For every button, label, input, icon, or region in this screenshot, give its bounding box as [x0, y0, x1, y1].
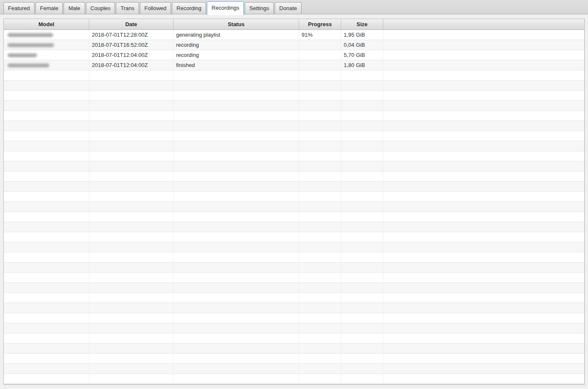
cell-date: [89, 323, 174, 333]
redacted-model-name: [8, 63, 49, 67]
cell-progress: [299, 222, 341, 232]
cell-size: [341, 364, 383, 374]
cell-model: [4, 263, 89, 273]
cell-extra: [383, 182, 584, 192]
cell-date: 2018-07-01T12:28:00Z: [89, 30, 174, 40]
cell-size: [341, 283, 383, 293]
redacted-model-name: [8, 53, 37, 57]
column-header-status[interactable]: Status: [174, 19, 299, 30]
table-row-empty: [4, 80, 584, 91]
cell-status: [174, 121, 299, 131]
table-row-empty: [4, 313, 584, 323]
table-row[interactable]: 2018-07-01T12:04:00Zrecording5,70 GiB: [4, 50, 584, 60]
cell-size: [341, 374, 383, 384]
column-header-blank[interactable]: [383, 19, 584, 30]
cell-size: 1,80 GiB: [341, 60, 383, 70]
cell-extra: [383, 161, 584, 172]
cell-status: [174, 283, 299, 293]
cell-model: [4, 60, 89, 70]
tab-trans[interactable]: Trans: [116, 2, 139, 14]
cell-size: [341, 121, 383, 131]
cell-model: [4, 80, 89, 91]
cell-progress: [299, 374, 341, 384]
cell-extra: [383, 323, 584, 333]
cell-model: [4, 30, 89, 40]
cell-progress: [299, 70, 341, 80]
table-row-empty: [4, 172, 584, 182]
cell-date: [89, 212, 174, 222]
cell-status: [174, 364, 299, 374]
cell-status: [174, 343, 299, 354]
cell-extra: [383, 273, 584, 283]
cell-extra: [383, 40, 584, 50]
cell-model: [4, 293, 89, 303]
tab-settings[interactable]: Settings: [245, 2, 274, 14]
redacted-model-name: [8, 43, 54, 47]
tab-featured[interactable]: Featured: [3, 2, 35, 14]
table-row-empty: [4, 101, 584, 111]
tab-couples[interactable]: Couples: [86, 2, 115, 14]
cell-date: [89, 293, 174, 303]
tab-recordings[interactable]: Recordings: [207, 1, 244, 15]
table-row[interactable]: 2018-07-01T12:28:00Zgenerating playlist9…: [4, 30, 584, 40]
table-row-empty: [4, 121, 584, 131]
table-row-empty: [4, 364, 584, 374]
cell-size: [341, 273, 383, 283]
cell-extra: [383, 222, 584, 232]
cell-model: [4, 141, 89, 151]
cell-date: [89, 202, 174, 212]
cell-extra: [383, 30, 584, 40]
cell-extra: [383, 192, 584, 202]
tab-male[interactable]: Male: [64, 2, 85, 14]
table-row[interactable]: 2018-07-01T16:52:00Zrecording0,04 GiB: [4, 40, 584, 50]
cell-extra: [383, 131, 584, 141]
cell-date: [89, 303, 174, 313]
cell-status: [174, 161, 299, 172]
table-row-empty: [4, 91, 584, 101]
cell-progress: [299, 182, 341, 192]
cell-date: [89, 222, 174, 232]
column-header-model[interactable]: Model: [4, 19, 89, 30]
table-row-empty: [4, 182, 584, 192]
cell-progress: [299, 313, 341, 323]
table-row-empty: [4, 131, 584, 141]
cell-status: [174, 293, 299, 303]
cell-status: [174, 313, 299, 323]
cell-date: [89, 343, 174, 354]
cell-date: [89, 172, 174, 182]
tab-female[interactable]: Female: [35, 2, 63, 14]
cell-model: [4, 161, 89, 172]
cell-status: [174, 131, 299, 141]
cell-model: [4, 374, 89, 384]
cell-date: 2018-07-01T12:04:00Z: [89, 60, 174, 70]
tab-recording[interactable]: Recording: [172, 2, 206, 14]
cell-size: [341, 354, 383, 364]
cell-size: [341, 333, 383, 343]
cell-size: [341, 242, 383, 252]
cell-progress: [299, 121, 341, 131]
cell-extra: [383, 121, 584, 131]
cell-status: [174, 232, 299, 242]
table-row-empty: [4, 354, 584, 364]
cell-date: [89, 192, 174, 202]
cell-model: [4, 343, 89, 354]
tab-followed[interactable]: Followed: [140, 2, 171, 14]
cell-date: [89, 161, 174, 172]
column-header-size[interactable]: Size: [341, 19, 383, 30]
cell-status: [174, 151, 299, 161]
table-row[interactable]: 2018-07-01T12:04:00Zfinished1,80 GiB: [4, 60, 584, 70]
tab-donate[interactable]: Donate: [275, 2, 302, 14]
column-header-date[interactable]: Date: [89, 19, 174, 30]
cell-progress: [299, 131, 341, 141]
cell-date: [89, 242, 174, 252]
cell-date: [89, 131, 174, 141]
cell-extra: [383, 101, 584, 111]
table-row-empty: [4, 151, 584, 161]
column-header-progress[interactable]: Progress: [299, 19, 341, 30]
cell-extra: [383, 70, 584, 80]
cell-progress: [299, 293, 341, 303]
cell-model: [4, 131, 89, 141]
cell-extra: [383, 60, 584, 70]
cell-model: [4, 303, 89, 313]
cell-extra: [383, 374, 584, 384]
